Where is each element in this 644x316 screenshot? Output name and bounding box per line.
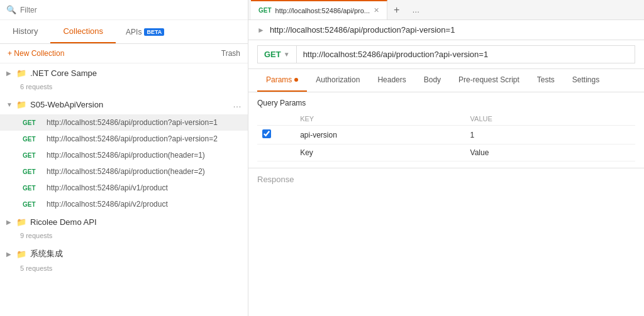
collection-sys-name: 系统集成 [30,248,242,259]
request-url: http://localhost:52486/api/production?ap… [47,134,218,143]
collection-net-core-sub: 6 requests [0,83,248,94]
breadcrumb-text: http://localhost:52486/api/production?ap… [270,25,455,35]
dropdown-arrow-icon: ▼ [284,51,290,58]
collection-net-core-header[interactable]: ▶ 📁 .NET Core Sampe [0,63,248,83]
method-badge: GET [23,152,42,159]
method-badge: GET [23,168,42,175]
more-options-icon[interactable]: … [233,99,242,109]
request-item[interactable]: GET http://localhost:52486/api/productio… [0,131,248,147]
empty-key-cell[interactable]: Key [295,144,465,161]
url-input[interactable] [296,45,635,63]
tab-body[interactable]: Body [415,69,450,92]
request-tabs-bar: GET http://localhost:52486/api/pro... ✕ … [248,0,644,20]
param-key-cell: api-version [295,126,465,144]
col-value-header: VALUE [465,112,635,126]
method-badge: GET [23,119,42,126]
folder-icon: 📁 [16,217,26,227]
chevron-right-icon: ▶ [6,70,14,77]
breadcrumb: ► http://localhost:52486/api/production?… [248,20,644,40]
request-item[interactable]: GET http://localhost:52486/api/productio… [0,147,248,163]
method-badge: GET [23,201,42,208]
request-item[interactable]: GET http://localhost:52486/api/v1/produc… [0,180,248,196]
collection-net-core-name: .NET Core Sampe [30,68,242,78]
active-request-tab[interactable]: GET http://localhost:52486/api/pro... ✕ [251,0,387,19]
s05-request-list: GET http://localhost:52486/api/productio… [0,114,248,212]
folder-icon: 📁 [16,100,26,109]
tab-params-label: Params [266,75,292,84]
tab-apis[interactable]: APIs BETA [116,20,174,43]
param-value-cell: 1 [465,126,635,144]
param-tabs: Params Authorization Headers Body Pre-re… [248,69,644,92]
tab-collections[interactable]: Collections [50,20,116,43]
chevron-right-icon: ▶ [6,251,14,258]
request-url: http://localhost:52486/api/production(he… [47,167,205,176]
query-params-title: Query Params [257,99,635,107]
left-panel: 🔍 History Collections APIs BETA + New Co… [0,0,248,316]
collections-list: ▶ 📁 .NET Core Sampe 6 requests ▼ 📁 S05-W… [0,63,248,316]
params-table: KEY VALUE api-version 1 Key Value [257,112,635,161]
collection-ricolee: ▶ 📁 Ricolee Demo API 9 requests [0,212,248,243]
table-row-empty: Key Value [257,144,635,161]
nav-tabs: History Collections APIs BETA [0,20,248,44]
tab-method-badge: GET [258,7,272,14]
method-label: GET [264,50,281,59]
tab-url: http://localhost:52486/api/pro... [275,7,370,14]
method-badge: GET [23,185,42,192]
collection-ricolee-name: Ricolee Demo API [30,217,242,227]
tab-apis-label: APIs [126,28,142,36]
actions-bar: + New Collection Trash [0,44,248,63]
response-label: Response [257,175,294,184]
request-item[interactable]: GET http://localhost:52486/api/productio… [0,114,248,131]
request-url: http://localhost:52486/api/v1/product [47,183,168,192]
new-collection-button[interactable]: + New Collection [8,49,64,58]
request-url: http://localhost:52486/api/production?ap… [47,118,218,127]
request-url: http://localhost:52486/api/production(he… [47,151,205,160]
request-url: http://localhost:52486/api/v2/product [47,200,168,209]
row-checkbox-cell[interactable] [257,126,295,144]
query-params-section: Query Params KEY VALUE api-version 1 [248,92,644,168]
beta-badge: BETA [144,28,164,36]
filter-input[interactable] [20,6,242,14]
method-select[interactable]: GET ▼ [257,45,296,63]
chevron-right-icon: ▶ [6,219,14,226]
url-bar: GET ▼ [248,40,644,69]
collection-ricolee-sub: 9 requests [0,232,248,243]
col-checkbox-header [257,112,295,126]
tab-headers[interactable]: Headers [369,69,414,92]
chevron-right-icon: ► [257,26,265,35]
collection-s05: ▼ 📁 S05-WebApiVersion … GET http://local… [0,94,248,212]
table-row: api-version 1 [257,126,635,144]
empty-checkbox-cell [257,144,295,161]
empty-value-cell[interactable]: Value [465,144,635,161]
tab-authorization[interactable]: Authorization [307,69,369,92]
close-tab-icon[interactable]: ✕ [374,6,379,14]
right-panel: GET http://localhost:52486/api/pro... ✕ … [248,0,644,316]
tab-history[interactable]: History [0,20,50,43]
tab-pre-request[interactable]: Pre-request Script [450,69,528,92]
search-icon: 🔍 [6,5,16,14]
add-tab-button[interactable]: + [387,1,406,19]
filter-bar: 🔍 [0,0,248,20]
collection-sys-header[interactable]: ▶ 📁 系统集成 [0,243,248,264]
collection-ricolee-header[interactable]: ▶ 📁 Ricolee Demo API [0,212,248,232]
folder-icon: 📁 [16,249,26,259]
tab-params[interactable]: Params [257,69,307,92]
trash-button[interactable]: Trash [221,49,240,58]
collection-sys: ▶ 📁 系统集成 5 requests [0,243,248,276]
collection-s05-name: S05-WebApiVersion [30,100,233,109]
more-tabs-button[interactable]: … [406,2,426,18]
col-key-header: KEY [295,112,465,126]
collection-s05-header[interactable]: ▼ 📁 S05-WebApiVersion … [0,94,248,114]
tab-tests[interactable]: Tests [528,69,564,92]
collection-sys-sub: 5 requests [0,264,248,276]
request-item[interactable]: GET http://localhost:52486/api/v2/produc… [0,196,248,212]
response-section: Response [248,168,644,190]
request-item[interactable]: GET http://localhost:52486/api/productio… [0,163,248,180]
method-badge: GET [23,136,42,143]
collection-net-core: ▶ 📁 .NET Core Sampe 6 requests [0,63,248,94]
params-dot-indicator [294,78,298,82]
tab-settings[interactable]: Settings [564,69,608,92]
chevron-down-icon: ▼ [6,101,14,108]
folder-icon: 📁 [16,68,26,78]
param-checkbox[interactable] [262,129,271,138]
